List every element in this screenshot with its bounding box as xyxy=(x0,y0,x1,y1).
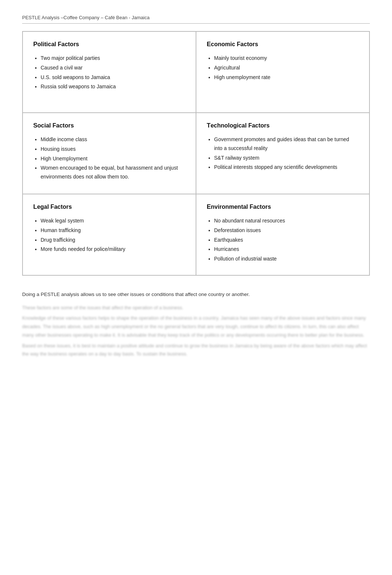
blurred-line-1: These factors are some of the issues tha… xyxy=(22,304,370,312)
list-item: Deforestation issues xyxy=(214,226,359,235)
legal-list: Weak legal system Human trafficking Drug… xyxy=(33,217,185,254)
list-item: Two major political parties xyxy=(41,54,185,63)
list-item: Human trafficking xyxy=(41,226,185,235)
list-item: Housing issues xyxy=(41,145,185,154)
technological-title: Technological Factors xyxy=(207,122,359,129)
list-item: High unemployment rate xyxy=(214,73,359,82)
list-item: Caused a civil war xyxy=(41,64,185,72)
technological-list: Government promotes and guides ideas tha… xyxy=(207,135,359,172)
environmental-title: Environmental Factors xyxy=(207,203,359,211)
list-item: S&T railway system xyxy=(214,154,359,163)
list-item: Pollution of industrial waste xyxy=(214,255,359,263)
blurred-section: These factors are some of the issues tha… xyxy=(22,304,370,359)
blurred-line-3: Based on these issues, it is best to mai… xyxy=(22,342,370,359)
social-list: Middle income class Housing issues High … xyxy=(33,135,185,181)
technological-cell: Technological Factors Government promote… xyxy=(196,113,369,194)
legal-title: Legal Factors xyxy=(33,203,185,211)
list-item: Drug trafficking xyxy=(41,236,185,245)
list-item: Agricultural xyxy=(214,64,359,72)
list-item: High Unemployment xyxy=(41,154,185,163)
social-title: Social Factors xyxy=(33,122,185,129)
page-title: PESTLE Analysis –Coffee Company – Café B… xyxy=(22,15,149,20)
environmental-cell: Environmental Factors No abundant natura… xyxy=(196,194,369,275)
list-item: Political interests stopped any scientif… xyxy=(214,163,359,172)
list-item: More funds needed for police/military xyxy=(41,245,185,254)
political-title: Political Factors xyxy=(33,41,185,48)
list-item: Mainly tourist economy xyxy=(214,54,359,63)
list-item: Hurricanes xyxy=(214,245,359,254)
list-item: Middle income class xyxy=(41,135,185,144)
list-item: Weak legal system xyxy=(41,217,185,225)
economic-list: Mainly tourist economy Agricultural High… xyxy=(207,54,359,82)
summary-text: Doing a PESTLE analysis allows us to see… xyxy=(22,290,370,299)
list-item: U.S. sold weapons to Jamaica xyxy=(41,73,185,82)
list-item: Earthquakes xyxy=(214,236,359,245)
economic-cell: Economic Factors Mainly tourist economy … xyxy=(196,31,369,113)
list-item: No abundant natural resources xyxy=(214,217,359,225)
pestle-grid: Political Factors Two major political pa… xyxy=(22,31,370,276)
political-cell: Political Factors Two major political pa… xyxy=(23,31,196,113)
list-item: Women encouraged to be equal, but harass… xyxy=(41,164,185,181)
political-list: Two major political parties Caused a civ… xyxy=(33,54,185,91)
blurred-line-2: Knowledge of these various factors helps… xyxy=(22,314,370,339)
economic-title: Economic Factors xyxy=(207,41,359,48)
list-item: Russia sold weapons to Jamaica xyxy=(41,82,185,91)
social-cell: Social Factors Middle income class Housi… xyxy=(23,113,196,194)
page-header: PESTLE Analysis –Coffee Company – Café B… xyxy=(22,15,370,24)
list-item: Government promotes and guides ideas tha… xyxy=(214,135,359,153)
legal-cell: Legal Factors Weak legal system Human tr… xyxy=(23,194,196,275)
environmental-list: No abundant natural resources Deforestat… xyxy=(207,217,359,263)
